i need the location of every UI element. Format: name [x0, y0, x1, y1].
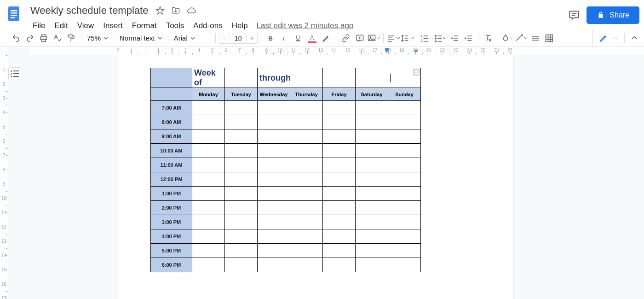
table-context-button[interactable] — [413, 69, 420, 76]
schedule-cell[interactable] — [225, 158, 258, 172]
schedule-cell[interactable] — [388, 215, 421, 229]
schedule-cell[interactable] — [388, 172, 421, 187]
schedule-cell[interactable] — [192, 187, 225, 201]
schedule-cell[interactable] — [258, 244, 290, 258]
week-of-value[interactable] — [225, 68, 258, 88]
bold-button[interactable]: B — [264, 31, 278, 45]
font-dropdown[interactable]: Arial — [171, 31, 213, 45]
schedule-cell[interactable] — [323, 201, 356, 215]
schedule-cell[interactable] — [356, 144, 388, 158]
move-icon[interactable] — [171, 6, 180, 15]
open-comments-icon[interactable] — [568, 9, 580, 21]
docs-logo[interactable] — [5, 5, 23, 23]
outdent-button[interactable] — [448, 31, 461, 45]
underline-button[interactable]: U — [292, 31, 305, 45]
schedule-cell[interactable] — [258, 229, 290, 244]
schedule-cell[interactable] — [290, 215, 323, 229]
schedule-cell[interactable] — [192, 158, 225, 172]
time-label[interactable]: 7:00 AM — [151, 101, 192, 115]
clear-formatting-button[interactable] — [481, 31, 495, 45]
schedule-cell[interactable] — [192, 144, 225, 158]
schedule-cell[interactable] — [356, 101, 388, 115]
star-icon[interactable] — [155, 6, 165, 15]
schedule-cell[interactable] — [290, 244, 323, 258]
schedule-cell[interactable] — [388, 187, 421, 201]
schedule-cell[interactable] — [356, 215, 388, 229]
text-color-button[interactable]: A — [305, 31, 319, 45]
schedule-cell[interactable] — [356, 115, 388, 129]
time-label[interactable]: 10:00 AM — [151, 144, 192, 158]
share-button[interactable]: Share — [586, 6, 639, 24]
bulleted-list-button[interactable] — [434, 31, 448, 45]
schedule-cell[interactable] — [225, 258, 258, 272]
schedule-cell[interactable] — [323, 144, 356, 158]
schedule-cell[interactable] — [356, 201, 388, 215]
time-label[interactable]: 1:00 PM — [151, 187, 192, 201]
undo-button[interactable] — [9, 31, 23, 45]
align-button[interactable] — [386, 31, 400, 45]
time-label[interactable]: 9:00 AM — [151, 129, 192, 144]
insert-image-button[interactable] — [367, 31, 380, 45]
schedule-cell[interactable] — [290, 172, 323, 187]
menu-insert[interactable]: Insert — [99, 19, 127, 32]
schedule-cell[interactable] — [192, 115, 225, 129]
schedule-cell[interactable] — [356, 258, 388, 272]
border-style-button[interactable] — [529, 31, 542, 45]
cloud-status-icon[interactable] — [187, 6, 196, 15]
editing-mode-dropdown[interactable] — [592, 29, 621, 47]
schedule-cell[interactable] — [192, 201, 225, 215]
insert-link-button[interactable] — [339, 31, 353, 45]
schedule-cell[interactable] — [258, 258, 290, 272]
schedule-cell[interactable] — [388, 229, 421, 244]
schedule-cell[interactable] — [290, 129, 323, 144]
schedule-cell[interactable] — [225, 101, 258, 115]
schedule-cell[interactable] — [388, 258, 421, 272]
menu-file[interactable]: File — [29, 19, 49, 32]
document-scroll-area[interactable]: 2112345678910111213141516171819202122232… — [29, 47, 644, 299]
menu-format[interactable]: Format — [128, 19, 161, 32]
paragraph-style-dropdown[interactable]: Normal text — [117, 31, 165, 45]
border-width-button[interactable] — [515, 31, 529, 45]
numbered-list-button[interactable]: 123 — [420, 31, 434, 45]
schedule-cell[interactable] — [225, 115, 258, 129]
schedule-cell[interactable] — [356, 158, 388, 172]
day-header[interactable]: Sunday — [388, 88, 421, 101]
last-edit-link[interactable]: Last edit was 2 minutes ago — [257, 21, 354, 30]
redo-button[interactable] — [23, 31, 37, 45]
insert-comment-button[interactable] — [353, 31, 367, 45]
day-header[interactable]: Saturday — [356, 88, 388, 101]
time-label[interactable]: 5:00 PM — [151, 244, 192, 258]
through-value[interactable] — [290, 68, 323, 88]
border-color-button[interactable] — [501, 31, 515, 45]
schedule-cell[interactable] — [225, 229, 258, 244]
schedule-cell[interactable] — [290, 201, 323, 215]
schedule-cell[interactable] — [192, 215, 225, 229]
schedule-cell[interactable] — [388, 115, 421, 129]
spellcheck-button[interactable] — [51, 31, 64, 45]
schedule-cell[interactable] — [290, 115, 323, 129]
schedule-cell[interactable] — [323, 229, 356, 244]
schedule-cell[interactable] — [225, 201, 258, 215]
day-header[interactable]: Friday — [323, 88, 356, 101]
time-label[interactable]: 6:00 PM — [151, 258, 192, 272]
schedule-cell[interactable] — [356, 172, 388, 187]
schedule-cell[interactable] — [323, 215, 356, 229]
schedule-cell[interactable] — [356, 129, 388, 144]
schedule-cell[interactable] — [290, 101, 323, 115]
menu-tools[interactable]: Tools — [162, 19, 189, 32]
schedule-cell[interactable] — [356, 187, 388, 201]
schedule-cell[interactable] — [258, 101, 290, 115]
schedule-cell[interactable] — [290, 258, 323, 272]
schedule-cell[interactable] — [225, 187, 258, 201]
schedule-table[interactable]: Week of through Monday Tuesday Wednesday — [150, 68, 421, 272]
schedule-cell[interactable] — [258, 115, 290, 129]
schedule-cell[interactable] — [290, 229, 323, 244]
horizontal-ruler[interactable]: 2112345678910111213141516171819202122232… — [29, 47, 644, 55]
font-size-decrease[interactable]: − — [219, 33, 230, 44]
schedule-cell[interactable] — [258, 172, 290, 187]
font-size-value[interactable]: 10 — [230, 33, 247, 44]
schedule-cell[interactable] — [290, 158, 323, 172]
schedule-cell[interactable] — [258, 129, 290, 144]
cell-options-button[interactable] — [542, 31, 556, 45]
day-header[interactable]: Wednesday — [258, 88, 290, 101]
